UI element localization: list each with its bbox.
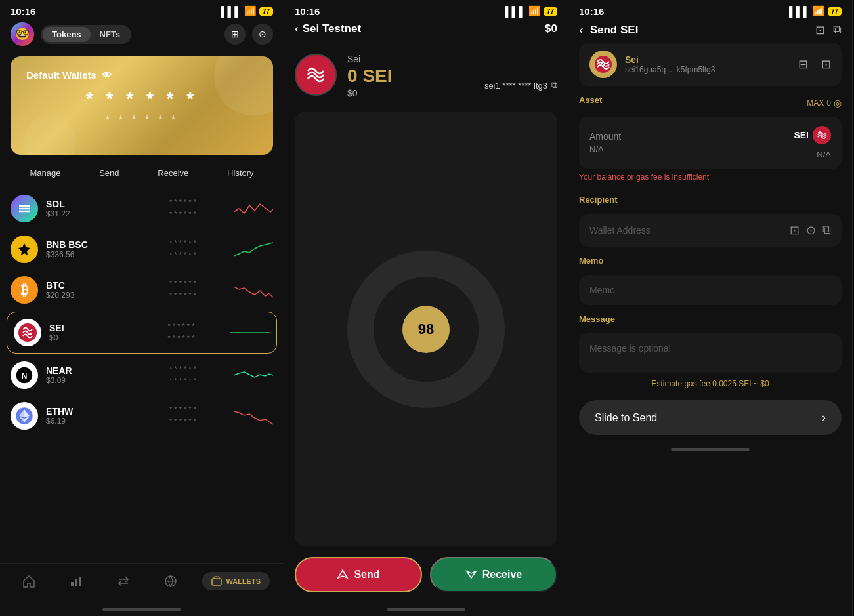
tab-group: Tokens NFTs xyxy=(41,25,131,44)
status-icons-p1: ▌▌▌ 📶 77 xyxy=(221,5,273,17)
wallet-balance: * * * * * * xyxy=(26,89,257,110)
sei-profile: Sei 0 SEI $0 xyxy=(284,41,568,112)
p3-wallet-text: Sei sei16gua5q ... k5fpm5ltg3 xyxy=(625,54,790,74)
token-info-ethw: ETHW $6.19 xyxy=(46,406,132,426)
nav-wallets-label: WALLETS xyxy=(226,577,261,585)
receive-button-p1[interactable]: Receive xyxy=(158,168,188,178)
avatar[interactable]: 🤓 xyxy=(11,22,34,46)
wallet-address-input[interactable]: Wallet Address ⊡ ⊙ ⧉ xyxy=(579,214,842,247)
p3-wallet-name: Sei xyxy=(625,54,790,65)
send-button-p1[interactable]: Send xyxy=(99,168,119,178)
nav-chart[interactable] xyxy=(61,570,91,592)
receive-button-p2[interactable]: Receive xyxy=(430,557,557,592)
amount-right: SEI N/A xyxy=(794,126,831,159)
amount-na[interactable]: N/A xyxy=(589,144,621,154)
signal-icon-p2: ▌▌▌ xyxy=(505,6,526,17)
back-button-p2[interactable]: ‹ Sei Testnet xyxy=(295,22,361,35)
wallet-card[interactable]: Default Wallets 👁 * * * * * * * * * * * … xyxy=(11,56,273,155)
nav-globe[interactable] xyxy=(156,570,186,592)
ethw-icon xyxy=(11,402,38,430)
wallet-sub: * * * * * * xyxy=(26,113,257,127)
paste-icon[interactable]: ⧉ xyxy=(822,223,831,237)
svg-rect-13 xyxy=(75,579,77,586)
p3-sei-icon xyxy=(589,51,617,78)
address-bar: sei1 **** **** ltg3 ⧉ xyxy=(484,80,557,91)
status-bar-p1: 10:16 ▌▌▌ 📶 77 xyxy=(0,0,284,20)
slide-chevron-icon: › xyxy=(822,411,826,424)
amount-field-label: Amount xyxy=(589,131,621,142)
wallet-switch-icon[interactable]: ⊡ xyxy=(821,57,831,72)
p2-action-buttons: Send Receive xyxy=(284,546,568,603)
gas-fee-value: 0.0025 SEI ~ $0 xyxy=(712,379,769,388)
sei-badge[interactable]: SEI xyxy=(794,126,831,144)
header-actions: ⊞ ⊙ xyxy=(224,24,273,45)
list-item[interactable]: ₿ BTC $20,293 * * * * * * * * * * * * xyxy=(0,270,284,310)
memo-section: Memo xyxy=(568,247,852,275)
token-stars-sol: * * * * * * * * * * * * xyxy=(140,197,226,220)
memo-placeholder: Memo xyxy=(589,285,615,295)
battery-badge-p3: 77 xyxy=(828,7,842,16)
status-bar-p2: 10:16 ▌▌▌ 📶 77 xyxy=(284,0,568,20)
error-message: Your balance or gas fee is insufficient xyxy=(568,169,852,186)
coin-icon: ◎ xyxy=(834,98,842,108)
eye-icon[interactable]: 👁 xyxy=(102,70,112,81)
panel-wallet-list: 10:16 ▌▌▌ 📶 77 🤓 Tokens NFTs ⊞ ⊙ Default… xyxy=(0,0,284,616)
copy-icon-header[interactable]: ⧉ xyxy=(833,23,842,37)
svg-rect-14 xyxy=(79,577,81,586)
qr-scan-icon[interactable]: ⊙ xyxy=(806,223,816,237)
send-button-p2[interactable]: Send xyxy=(295,557,422,592)
sei-amount: 0 SEI xyxy=(347,66,392,87)
list-item[interactable]: ETHW $6.19 * * * * * * * * * * * * xyxy=(0,396,284,436)
sparkline-bnb xyxy=(234,239,273,259)
add-wallet-button[interactable]: ⊞ xyxy=(224,24,246,45)
max-section: MAX 0 ◎ xyxy=(807,98,842,108)
p3-header: ‹ Send SEI ⊡ ⧉ xyxy=(568,20,852,43)
p2-header: ‹ Sei Testnet $0 xyxy=(284,20,568,41)
token-stars-btc: * * * * * * * * * * * * xyxy=(140,278,226,301)
tab-nfts[interactable]: NFTs xyxy=(91,27,130,42)
token-stars-bnb: * * * * * * * * * * * * xyxy=(140,237,226,260)
amount-na-right: N/A xyxy=(817,150,831,159)
list-item[interactable]: BNB BSC $336.56 * * * * * * * * * * * * xyxy=(0,229,284,270)
scan-button[interactable]: ⊙ xyxy=(252,24,273,45)
token-list: SOL $31.22 * * * * * * * * * * * * BNB B… xyxy=(0,186,284,563)
asset-row: Asset MAX 0 ◎ xyxy=(579,95,842,110)
tab-tokens[interactable]: Tokens xyxy=(43,27,91,42)
sparkline-near xyxy=(234,365,273,385)
max-label[interactable]: MAX xyxy=(807,98,824,108)
max-value: 0 xyxy=(826,98,831,108)
list-item[interactable]: SEI $0 * * * * * * * * * * * * xyxy=(7,312,277,354)
manage-button[interactable]: Manage xyxy=(30,168,60,178)
slide-to-send-button[interactable]: Slide to Send › xyxy=(579,400,842,435)
network-switch-icon[interactable]: ⊟ xyxy=(798,57,808,72)
back-button-p3[interactable]: ‹ xyxy=(579,22,584,37)
panel-sei-detail: 10:16 ▌▌▌ 📶 77 ‹ Sei Testnet $0 Sei 0 SE… xyxy=(284,0,568,616)
face-id-icon[interactable]: ⊡ xyxy=(790,223,800,237)
svg-text:N: N xyxy=(22,371,28,380)
memo-label: Memo xyxy=(579,256,842,266)
list-item[interactable]: N NEAR $3.09 * * * * * * * * * * * * xyxy=(0,355,284,396)
wifi-icon-p3: 📶 xyxy=(813,5,825,17)
sei-profile-section: Sei 0 SEI $0 sei1 **** **** ltg3 ⧉ xyxy=(284,41,568,112)
battery-badge-p1: 77 xyxy=(259,7,273,16)
copy-icon[interactable]: ⧉ xyxy=(551,80,557,91)
token-info-sei: SEI $0 xyxy=(49,323,132,342)
p3-wallet-address: sei16gua5q ... k5fpm5ltg3 xyxy=(625,65,790,74)
history-button[interactable]: History xyxy=(227,168,253,178)
nav-home[interactable] xyxy=(14,570,44,592)
nav-wallets[interactable]: WALLETS xyxy=(202,572,270,590)
p3-header-icons: ⊡ ⧉ xyxy=(815,23,842,37)
time-p3: 10:16 xyxy=(579,6,604,17)
chart-area: 98 xyxy=(295,112,557,546)
amount-left: Amount N/A xyxy=(589,131,621,154)
memo-input[interactable]: Memo xyxy=(579,275,842,305)
list-item[interactable]: SOL $31.22 * * * * * * * * * * * * xyxy=(0,188,284,229)
message-input[interactable]: Message is optional xyxy=(579,333,842,373)
wallet-actions: Manage Send Receive History xyxy=(0,160,284,186)
token-info-near: NEAR $3.09 xyxy=(46,365,132,385)
qr-icon-header[interactable]: ⊡ xyxy=(815,23,825,37)
nav-swap[interactable] xyxy=(108,570,139,592)
svg-rect-12 xyxy=(71,582,74,586)
token-info-btc: BTC $20,293 xyxy=(46,280,132,300)
token-stars-sei: * * * * * * * * * * * * xyxy=(140,321,223,344)
